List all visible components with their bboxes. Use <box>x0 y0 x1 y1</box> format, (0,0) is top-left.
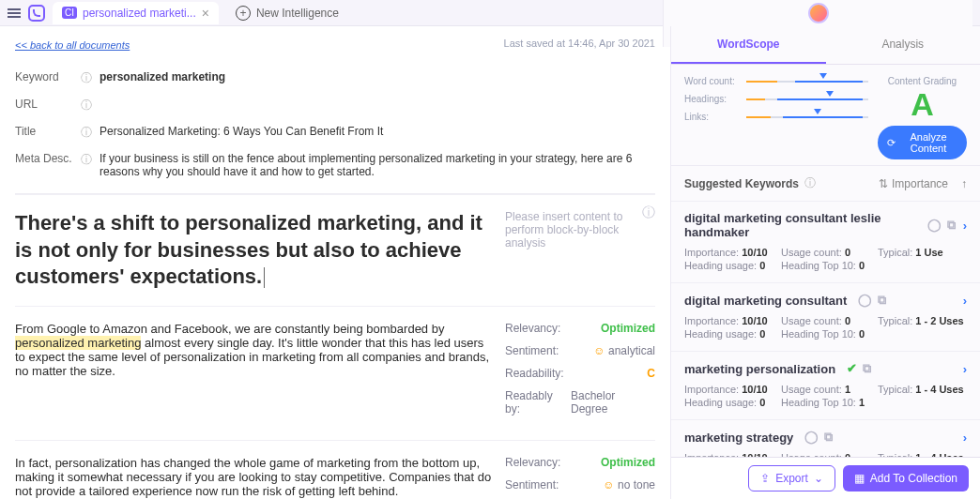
wordcount-label: Word count: <box>684 76 741 86</box>
document-tab[interactable]: CI personalized marketi... × <box>53 2 219 24</box>
chevron-right-icon[interactable]: › <box>963 362 967 376</box>
circle-icon: ◯ <box>858 293 872 308</box>
new-tab-label: New Intelligence <box>256 7 339 20</box>
chevron-right-icon[interactable]: › <box>963 431 967 445</box>
keyword-item[interactable]: marketing personalization ✔ ⧉ › Importan… <box>671 351 980 419</box>
sentiment-value: ☺ analytical <box>593 344 655 357</box>
help-icon[interactable]: ⓘ <box>81 152 100 178</box>
title-value[interactable]: Personalized Marketing: 6 Ways You Can B… <box>100 125 655 141</box>
grading-label: Content Grading <box>878 76 967 86</box>
tab-wordscope[interactable]: WordScope <box>671 26 826 64</box>
tab-analysis[interactable]: Analysis <box>826 26 981 64</box>
headings-label: Headings: <box>684 94 741 104</box>
analyze-button[interactable]: ⟳ Analyze Content <box>878 126 967 159</box>
desc-label: Meta Desc. <box>15 152 81 178</box>
keyword-item[interactable]: digital marketing consultant leslie hand… <box>671 201 980 282</box>
editor-pane: << back to all documents Last saved at 1… <box>0 26 670 499</box>
sidebar-panel: WordScope Analysis Word count: Headings: <box>670 26 980 499</box>
help-icon[interactable]: ⓘ <box>804 175 816 191</box>
topbar: CI personalized marketi... × + New Intel… <box>0 0 980 26</box>
refresh-icon: ⟳ <box>887 137 896 149</box>
content-block-1[interactable]: ⓘ There's a shift to personalized market… <box>15 194 655 306</box>
paragraph-text[interactable]: From Google to Amazon and Facebook, we a… <box>15 322 494 425</box>
keyword-name: marketing personalization <box>684 362 835 376</box>
add-collection-button[interactable]: ▦ Add To Collection <box>843 465 969 491</box>
sentiment-label: Sentiment: <box>505 478 559 491</box>
chevron-right-icon[interactable]: › <box>963 219 967 233</box>
title-label: Title <box>15 125 81 141</box>
readability-label: Readability: <box>505 367 564 380</box>
collection-icon: ▦ <box>854 472 865 485</box>
url-label: URL <box>15 98 81 113</box>
export-icon: ⇪ <box>760 472 770 485</box>
export-button[interactable]: ⇪ Export ⌄ <box>748 465 835 491</box>
keyword-name: digital marketing consultant leslie hand… <box>684 211 916 239</box>
sort-icon: ⇅ <box>879 177 888 190</box>
content-block-2[interactable]: From Google to Amazon and Facebook, we a… <box>15 306 655 440</box>
relevancy-label: Relevancy: <box>505 322 560 335</box>
avatar[interactable] <box>808 3 829 23</box>
back-link[interactable]: << back to all documents <box>15 39 130 51</box>
circle-icon: ◯ <box>804 430 819 445</box>
paragraph-text[interactable]: In fact, personalization has changed the… <box>15 456 494 499</box>
copy-icon[interactable]: ⧉ <box>947 218 956 233</box>
copy-icon[interactable]: ⧉ <box>863 361 871 376</box>
sort-control[interactable]: ⇅ Importance ↑ <box>879 177 967 190</box>
heading-text[interactable]: There's a shift to personalized marketin… <box>15 210 494 291</box>
keyword-item[interactable]: digital marketing consultant ◯ ⧉ › Impor… <box>671 282 980 351</box>
keyword-item[interactable]: marketing strategy ◯ ⧉ › Importance: 10/… <box>671 419 980 457</box>
analysis-placeholder: Please insert content to perform block-b… <box>505 210 655 250</box>
copy-icon[interactable]: ⧉ <box>824 430 833 445</box>
arrow-up-icon: ↑ <box>961 177 967 190</box>
relevancy-value: Optimized <box>601 456 655 469</box>
keyword-value[interactable]: personalized marketing <box>100 70 655 86</box>
keyword-label: Keyword <box>15 70 81 86</box>
content-block-3[interactable]: In fact, personalization has changed the… <box>15 440 655 499</box>
tab-label: personalized marketi... <box>83 7 196 20</box>
help-icon[interactable]: ⓘ <box>81 125 100 141</box>
keyword-name: marketing strategy <box>684 431 793 445</box>
keyword-name: digital marketing consultant <box>684 294 847 308</box>
sentiment-value: ☺ no tone <box>603 478 655 491</box>
keyword-highlight: personalized marketing <box>15 336 141 350</box>
copy-icon[interactable]: ⧉ <box>878 293 886 308</box>
help-icon[interactable]: ⓘ <box>81 70 100 86</box>
readby-value: Bachelor Degree <box>571 389 655 416</box>
relevancy-value: Optimized <box>601 322 655 335</box>
suggested-keywords-title: Suggested Keywords <box>684 177 799 190</box>
sentiment-label: Sentiment: <box>505 344 559 357</box>
desc-value[interactable]: If your business is still on the fence a… <box>100 152 655 178</box>
readability-value: C <box>647 367 655 380</box>
new-tab-button[interactable]: + New Intelligence <box>236 6 339 21</box>
chevron-down-icon: ⌄ <box>814 472 823 485</box>
tab-badge: CI <box>62 7 77 19</box>
check-icon: ✔ <box>847 361 857 376</box>
chevron-right-icon[interactable]: › <box>963 294 967 308</box>
wordcount-slider <box>746 78 868 85</box>
menu-icon[interactable] <box>8 8 21 18</box>
info-icon[interactable]: ⓘ <box>642 204 655 221</box>
readby-label: Readably by: <box>505 389 571 416</box>
close-icon[interactable]: × <box>202 6 209 21</box>
content-grade: A <box>878 88 967 120</box>
plus-icon: + <box>236 6 251 21</box>
links-label: Links: <box>684 112 741 122</box>
url-value[interactable] <box>100 98 655 113</box>
circle-icon: ◯ <box>927 218 942 233</box>
headings-slider <box>746 96 868 103</box>
relevancy-label: Relevancy: <box>505 456 560 469</box>
last-saved: Last saved at 14:46, Apr 30 2021 <box>504 38 655 49</box>
help-icon[interactable]: ⓘ <box>81 98 100 113</box>
app-logo[interactable] <box>28 5 45 22</box>
links-slider <box>746 113 868 121</box>
